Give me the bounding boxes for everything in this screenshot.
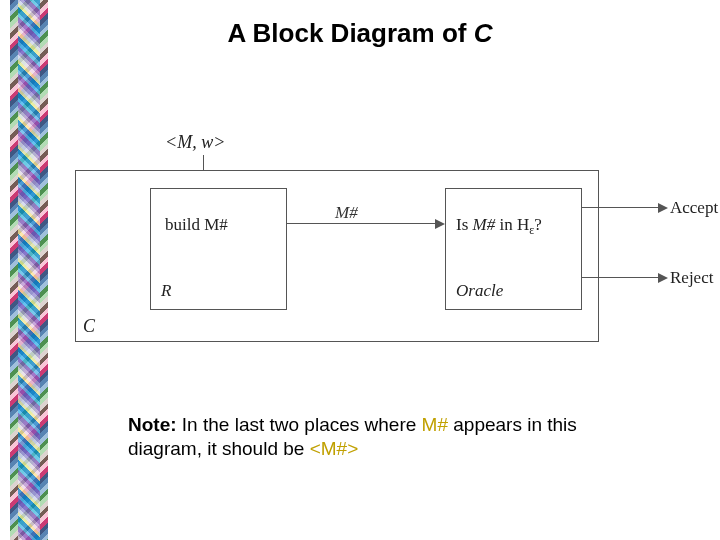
- q-mid: in H: [495, 215, 529, 234]
- outer-box-label: C: [83, 316, 95, 337]
- edge-r-to-oracle-head: [435, 219, 445, 229]
- note-mh2: <M#>: [310, 438, 359, 459]
- box-oracle-label: Oracle: [456, 281, 503, 301]
- box-r: build M# R: [150, 188, 287, 310]
- note-pre: In the last two places where: [177, 414, 422, 435]
- q-mhash: M#: [473, 215, 496, 234]
- reject-arrow-head: [658, 273, 668, 283]
- accept-label: Accept: [670, 198, 718, 218]
- edge-mhash-label: M#: [335, 203, 358, 223]
- edge-r-to-oracle-line: [287, 223, 435, 224]
- title-c: C: [474, 18, 493, 48]
- page-title: A Block Diagram of C: [0, 18, 720, 49]
- accept-arrow-line: [582, 207, 660, 208]
- accept-arrow-head: [658, 203, 668, 213]
- note-mh1: M#: [422, 414, 448, 435]
- slide: A Block Diagram of C <M, w> C build M# R…: [0, 0, 720, 540]
- box-oracle: Is M# in Hε? Oracle: [445, 188, 582, 310]
- note-bold: Note:: [128, 414, 177, 435]
- reject-arrow-line: [582, 277, 660, 278]
- title-text: A Block Diagram of: [228, 18, 474, 48]
- box-r-label: R: [161, 281, 171, 301]
- q-tail: ?: [534, 215, 542, 234]
- reject-label: Reject: [670, 268, 713, 288]
- box-r-build-text: build M#: [165, 215, 228, 235]
- decorative-sidebar-inner: [18, 0, 40, 540]
- q-prefix: Is: [456, 215, 473, 234]
- note: Note: In the last two places where M# ap…: [128, 413, 608, 461]
- box-oracle-question: Is M# in Hε?: [456, 215, 542, 238]
- input-tuple-label: <M, w>: [165, 132, 225, 153]
